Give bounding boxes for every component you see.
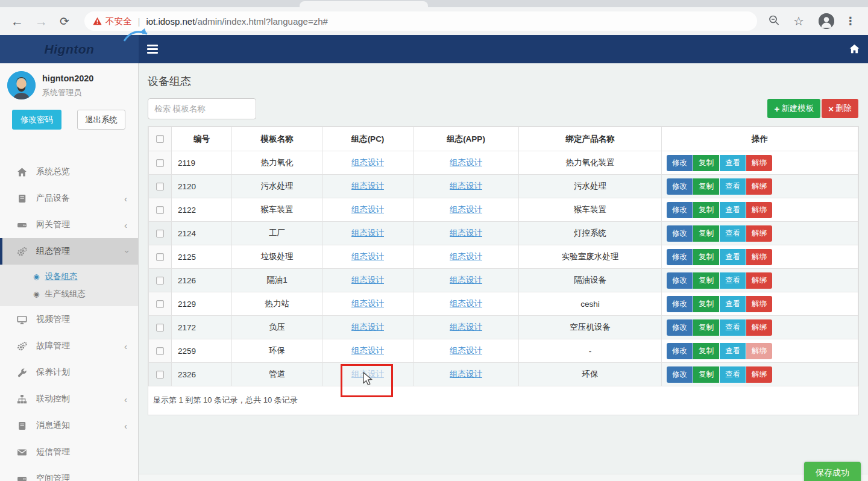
sidebar-item[interactable]: 短信管理 [0, 439, 138, 465]
sidebar-item[interactable]: 系统总览 [0, 159, 138, 185]
sidebar-item[interactable]: 网关管理‹ [0, 212, 138, 238]
url-text[interactable]: iot.idosp.net/admin/index.html?language=… [146, 16, 327, 27]
pc-config-link[interactable]: 组态设计 [351, 252, 384, 261]
sidebar-item[interactable]: 联动控制‹ [0, 386, 138, 412]
row-checkbox[interactable] [156, 324, 164, 332]
sidebar-item[interactable]: 消息通知‹ [0, 412, 138, 439]
sidebar-item[interactable]: 视频管理 [0, 306, 138, 333]
select-all-checkbox[interactable] [156, 135, 164, 143]
unbind-button[interactable]: 解绑 [746, 319, 772, 336]
copy-button[interactable]: 复制 [693, 366, 719, 383]
copy-button[interactable]: 复制 [693, 178, 719, 195]
app-config-link[interactable]: 组态设计 [450, 252, 482, 261]
edit-button[interactable]: 修改 [667, 202, 693, 218]
copy-button[interactable]: 复制 [693, 296, 719, 312]
app-config-link[interactable]: 组态设计 [450, 346, 482, 355]
view-button[interactable]: 查看 [720, 343, 746, 359]
bookmark-star-icon[interactable]: ☆ [793, 15, 804, 27]
unbind-button[interactable]: 解绑 [746, 296, 772, 312]
row-checkbox[interactable] [156, 253, 164, 261]
unbind-button[interactable]: 解绑 [746, 202, 772, 218]
edit-button[interactable]: 修改 [667, 225, 693, 242]
row-checkbox[interactable] [156, 371, 164, 379]
browser-profile-avatar[interactable] [819, 13, 834, 29]
user-avatar[interactable] [7, 71, 36, 99]
edit-button[interactable]: 修改 [667, 178, 693, 195]
search-input[interactable] [148, 98, 256, 119]
browser-active-tab[interactable] [300, 1, 428, 7]
unbind-button[interactable]: 解绑 [746, 366, 772, 383]
view-button[interactable]: 查看 [720, 319, 746, 336]
pc-config-link[interactable]: 组态设计 [351, 158, 384, 167]
view-button[interactable]: 查看 [720, 202, 746, 218]
view-button[interactable]: 查看 [720, 296, 746, 312]
pc-config-link[interactable]: 组态设计 [351, 299, 384, 308]
delete-button[interactable]: ×删除 [822, 99, 858, 118]
unbind-button[interactable]: 解绑 [746, 155, 772, 171]
change-password-button[interactable]: 修改密码 [12, 110, 61, 130]
browser-forward-button[interactable]: → [35, 15, 48, 28]
copy-button[interactable]: 复制 [693, 202, 719, 218]
not-secure-label[interactable]: 不安全 [105, 16, 132, 27]
browser-back-button[interactable]: ← [11, 15, 24, 28]
edit-button[interactable]: 修改 [667, 319, 693, 336]
pc-config-link[interactable]: 组态设计 [351, 181, 384, 190]
pc-config-link[interactable]: 组态设计 [351, 346, 384, 355]
row-checkbox[interactable] [156, 206, 164, 214]
copy-button[interactable]: 复制 [693, 249, 719, 265]
new-template-button[interactable]: +新建模板 [767, 99, 820, 118]
app-config-link[interactable]: 组态设计 [450, 322, 482, 332]
unbind-button[interactable]: 解绑 [746, 272, 772, 289]
app-config-link[interactable]: 组态设计 [450, 181, 482, 190]
pc-config-link[interactable]: 组态设计 [351, 275, 384, 285]
copy-button[interactable]: 复制 [693, 155, 719, 171]
sidebar-item[interactable]: 产品设备‹ [0, 185, 138, 212]
view-button[interactable]: 查看 [720, 155, 746, 171]
sidebar-item[interactable]: 故障管理‹ [0, 333, 138, 359]
copy-button[interactable]: 复制 [693, 319, 719, 336]
app-config-link[interactable]: 组态设计 [450, 275, 482, 285]
edit-button[interactable]: 修改 [667, 249, 693, 265]
zoom-out-icon[interactable] [768, 14, 780, 28]
view-button[interactable]: 查看 [720, 272, 746, 289]
address-bar[interactable]: 不安全 | iot.idosp.net/admin/index.html?lan… [84, 11, 757, 31]
logout-button[interactable]: 退出系统 [77, 110, 125, 130]
sidebar-item[interactable]: 空间管理 [0, 465, 138, 481]
unbind-button[interactable]: 解绑 [746, 343, 772, 359]
edit-button[interactable]: 修改 [667, 343, 693, 359]
sidebar-subitem[interactable]: ◉设备组态 [0, 268, 138, 285]
pc-config-link[interactable]: 组态设计 [351, 205, 384, 214]
sidebar-toggle-hamburger-icon[interactable] [147, 45, 158, 54]
copy-button[interactable]: 复制 [693, 272, 719, 289]
row-checkbox[interactable] [156, 300, 164, 308]
row-checkbox[interactable] [156, 159, 164, 167]
app-config-link[interactable]: 组态设计 [450, 158, 482, 167]
view-button[interactable]: 查看 [720, 366, 746, 383]
row-checkbox[interactable] [156, 277, 164, 285]
row-checkbox[interactable] [156, 347, 164, 355]
view-button[interactable]: 查看 [720, 249, 746, 265]
sidebar-item[interactable]: 组态管理‹ [0, 238, 138, 265]
edit-button[interactable]: 修改 [667, 272, 693, 289]
browser-menu-kebab-icon[interactable]: ⋮ [845, 16, 856, 27]
edit-button[interactable]: 修改 [667, 366, 693, 383]
edit-button[interactable]: 修改 [667, 296, 693, 312]
home-icon[interactable] [849, 43, 860, 57]
browser-reload-button[interactable]: ⟳ [60, 16, 69, 27]
unbind-button[interactable]: 解绑 [746, 249, 772, 265]
unbind-button[interactable]: 解绑 [746, 178, 772, 195]
brand-logo[interactable]: Hignton [0, 35, 139, 63]
app-config-link[interactable]: 组态设计 [450, 205, 482, 214]
view-button[interactable]: 查看 [720, 225, 746, 242]
row-checkbox[interactable] [156, 183, 164, 190]
view-button[interactable]: 查看 [720, 178, 746, 195]
copy-button[interactable]: 复制 [693, 343, 719, 359]
sidebar-item[interactable]: 保养计划 [0, 359, 138, 386]
app-config-link[interactable]: 组态设计 [450, 228, 482, 237]
app-config-link[interactable]: 组态设计 [450, 369, 482, 379]
row-checkbox[interactable] [156, 230, 164, 237]
copy-button[interactable]: 复制 [693, 225, 719, 242]
pc-config-link[interactable]: 组态设计 [351, 228, 384, 237]
sidebar-subitem[interactable]: ◉生产线组态 [0, 285, 138, 303]
app-config-link[interactable]: 组态设计 [450, 299, 482, 308]
